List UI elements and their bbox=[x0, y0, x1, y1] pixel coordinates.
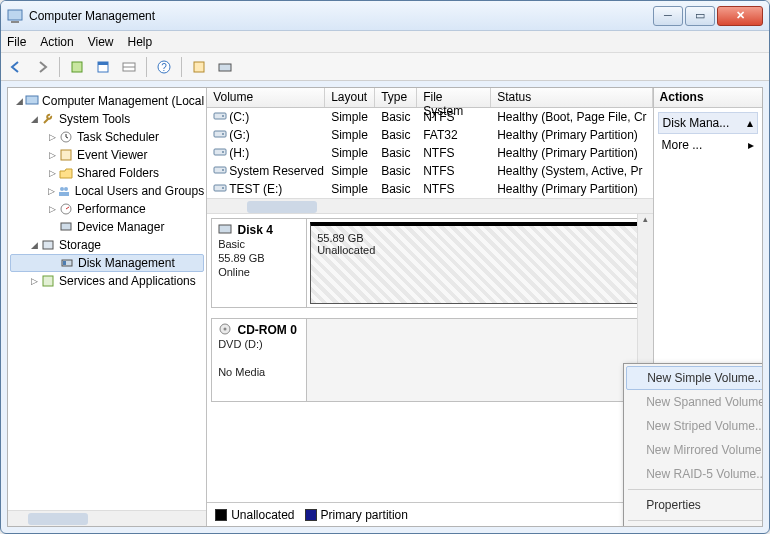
client-area: ◢ Computer Management (Local ◢ System To… bbox=[7, 87, 763, 527]
svg-rect-22 bbox=[43, 276, 53, 286]
collapse-icon: ▴ bbox=[747, 116, 753, 130]
col-filesystem[interactable]: File System bbox=[417, 88, 491, 107]
tree-label: Storage bbox=[59, 238, 101, 252]
tree-root[interactable]: ◢ Computer Management (Local bbox=[10, 92, 204, 110]
tree-local-users[interactable]: ▷ Local Users and Groups bbox=[10, 182, 204, 200]
cm-new-spanned-volume: New Spanned Volume... bbox=[626, 390, 763, 414]
tree-h-scrollbar[interactable] bbox=[8, 510, 206, 526]
volume-row[interactable]: (C:)SimpleBasicNTFSHealthy (Boot, Page F… bbox=[207, 108, 652, 126]
drive-icon bbox=[213, 146, 227, 160]
col-status[interactable]: Status bbox=[491, 88, 652, 107]
col-volume[interactable]: Volume bbox=[207, 88, 325, 107]
svg-rect-33 bbox=[219, 225, 231, 233]
toolbar-icon-3[interactable] bbox=[118, 56, 140, 78]
services-icon bbox=[40, 273, 56, 289]
menu-help[interactable]: Help bbox=[128, 35, 153, 49]
graphical-view: Disk 4 Basic 55.89 GB Online 55.89 GB Un… bbox=[207, 214, 652, 502]
forward-button[interactable] bbox=[31, 56, 53, 78]
volume-row[interactable]: (G:)SimpleBasicFAT32Healthy (Primary Par… bbox=[207, 126, 652, 144]
toolbar: ? bbox=[1, 53, 769, 81]
svg-rect-1 bbox=[11, 21, 19, 23]
svg-rect-25 bbox=[214, 131, 226, 137]
disk4-unallocated-partition[interactable]: 55.89 GB Unallocated bbox=[310, 222, 644, 304]
volume-row[interactable]: TEST (E:)SimpleBasicNTFSHealthy (Primary… bbox=[207, 180, 652, 198]
window: Computer Management ─ ▭ ✕ File Action Vi… bbox=[0, 0, 770, 534]
cm-new-striped-volume: New Striped Volume... bbox=[626, 414, 763, 438]
clock-icon bbox=[58, 129, 74, 145]
toolbar-icon-2[interactable] bbox=[92, 56, 114, 78]
cm-properties[interactable]: Properties bbox=[626, 493, 763, 517]
volume-row[interactable]: System ReservedSimpleBasicNTFSHealthy (S… bbox=[207, 162, 652, 180]
svg-rect-16 bbox=[59, 192, 69, 196]
svg-rect-11 bbox=[26, 96, 38, 104]
actions-header: Actions bbox=[654, 88, 762, 108]
disk-mgmt-icon bbox=[59, 255, 75, 271]
users-icon bbox=[57, 183, 72, 199]
volume-list-header: Volume Layout Type File System Status bbox=[207, 88, 652, 108]
maximize-button[interactable]: ▭ bbox=[685, 6, 715, 26]
cm-new-simple-volume[interactable]: New Simple Volume... bbox=[626, 366, 763, 390]
tree-label: Event Viewer bbox=[77, 148, 147, 162]
window-buttons: ─ ▭ ✕ bbox=[653, 6, 763, 26]
tree-disk-management[interactable]: Disk Management bbox=[10, 254, 204, 272]
tree-shared-folders[interactable]: ▷ Shared Folders bbox=[10, 164, 204, 182]
disk4-info: Disk 4 Basic 55.89 GB Online bbox=[212, 219, 307, 307]
col-type[interactable]: Type bbox=[375, 88, 417, 107]
svg-point-35 bbox=[224, 328, 227, 331]
drive-icon bbox=[213, 110, 227, 124]
tree-task-scheduler[interactable]: ▷ Task Scheduler bbox=[10, 128, 204, 146]
cm-help[interactable]: Help bbox=[626, 524, 763, 527]
menu-view[interactable]: View bbox=[88, 35, 114, 49]
action-label: More ... bbox=[662, 138, 703, 152]
back-button[interactable] bbox=[5, 56, 27, 78]
cm-new-raid5-volume: New RAID-5 Volume... bbox=[626, 462, 763, 486]
svg-point-28 bbox=[222, 151, 224, 153]
tree-label: Task Scheduler bbox=[77, 130, 159, 144]
toolbar-icon-4[interactable] bbox=[188, 56, 210, 78]
legend-unallocated: Unallocated bbox=[231, 508, 294, 522]
disk-row-disk4: Disk 4 Basic 55.89 GB Online 55.89 GB Un… bbox=[211, 218, 648, 308]
volume-h-scrollbar[interactable] bbox=[207, 198, 652, 214]
svg-rect-2 bbox=[72, 62, 82, 72]
computer-icon bbox=[25, 93, 39, 109]
disk-icon bbox=[218, 223, 232, 235]
disk4-title: Disk 4 bbox=[238, 223, 273, 237]
tree-performance[interactable]: ▷ Performance bbox=[10, 200, 204, 218]
minimize-button[interactable]: ─ bbox=[653, 6, 683, 26]
action-label: Disk Mana... bbox=[663, 116, 730, 130]
tree-storage[interactable]: ◢ Storage bbox=[10, 236, 204, 254]
cdrom-info: CD-ROM 0 DVD (D:) No Media bbox=[212, 319, 307, 401]
svg-point-15 bbox=[64, 187, 68, 191]
cdrom-title: CD-ROM 0 bbox=[238, 323, 297, 337]
tree-system-tools[interactable]: ◢ System Tools bbox=[10, 110, 204, 128]
tree-pane: ◢ Computer Management (Local ◢ System To… bbox=[8, 88, 207, 526]
svg-point-30 bbox=[222, 169, 224, 171]
window-title: Computer Management bbox=[29, 9, 653, 23]
action-disk-management[interactable]: Disk Mana... ▴ bbox=[658, 112, 758, 134]
toolbar-icon-1[interactable] bbox=[66, 56, 88, 78]
tree-root-label: Computer Management (Local bbox=[42, 94, 204, 108]
drive-icon bbox=[213, 164, 227, 178]
tree-label: Disk Management bbox=[78, 256, 175, 270]
svg-point-14 bbox=[60, 187, 64, 191]
col-layout[interactable]: Layout bbox=[325, 88, 375, 107]
disk4-state: Online bbox=[218, 266, 250, 278]
context-menu: New Simple Volume... New Spanned Volume.… bbox=[623, 363, 763, 527]
tree-event-viewer[interactable]: ▷ Event Viewer bbox=[10, 146, 204, 164]
action-more[interactable]: More ... ▸ bbox=[658, 134, 758, 156]
help-icon[interactable]: ? bbox=[153, 56, 175, 78]
svg-rect-0 bbox=[8, 10, 22, 20]
part-state: Unallocated bbox=[317, 244, 375, 256]
cdrom-state: No Media bbox=[218, 366, 265, 378]
menu-action[interactable]: Action bbox=[40, 35, 73, 49]
toolbar-icon-5[interactable] bbox=[214, 56, 236, 78]
menu-file[interactable]: File bbox=[7, 35, 26, 49]
volume-row[interactable]: (H:)SimpleBasicNTFSHealthy (Primary Part… bbox=[207, 144, 652, 162]
tree-device-manager[interactable]: Device Manager bbox=[10, 218, 204, 236]
close-button[interactable]: ✕ bbox=[717, 6, 763, 26]
center-pane: Volume Layout Type File System Status (C… bbox=[207, 88, 653, 526]
svg-point-26 bbox=[222, 133, 224, 135]
menubar: File Action View Help bbox=[1, 31, 769, 53]
tree-services-apps[interactable]: ▷ Services and Applications bbox=[10, 272, 204, 290]
cdrom-type: DVD (D:) bbox=[218, 338, 263, 350]
